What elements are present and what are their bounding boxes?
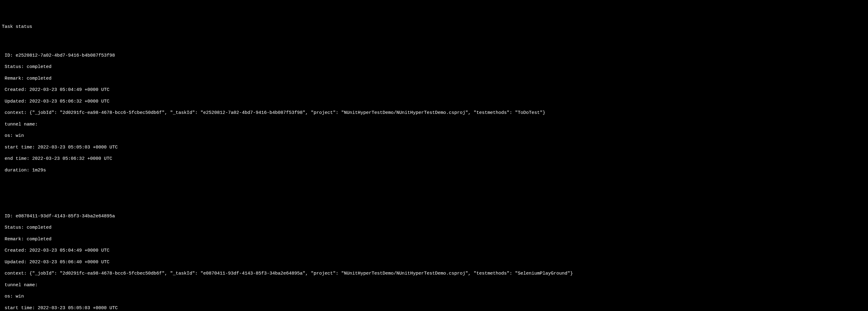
task-updated: Updated: 2022-03-23 05:06:32 +0000 UTC — [2, 99, 866, 105]
task-status: Status: completed — [2, 225, 866, 231]
task-os: os: win — [2, 133, 866, 139]
task-created: Created: 2022-03-23 05:04:49 +0000 UTC — [2, 248, 866, 254]
task-updated: Updated: 2022-03-23 05:06:40 +0000 UTC — [2, 260, 866, 265]
task-start-time: start time: 2022-03-23 05:05:03 +0000 UT… — [2, 145, 866, 150]
task-remark: Remark: completed — [2, 76, 866, 82]
task-tunnel-name: tunnel name: — [2, 122, 866, 128]
blank-line — [2, 197, 866, 202]
task-os: os: win — [2, 294, 866, 300]
task-id: ID: e2520812-7a02-4bd7-9416-b4b087f53f98 — [2, 53, 866, 59]
blank-line — [2, 36, 866, 42]
blank-line — [2, 185, 866, 191]
task-start-time: start time: 2022-03-23 05:05:03 +0000 UT… — [2, 306, 866, 311]
task-status-header: Task status — [2, 24, 866, 30]
task-tunnel-name: tunnel name: — [2, 282, 866, 288]
task-context: context: {"_jobId": "2d0291fc-ea98-4678-… — [2, 271, 866, 277]
task-context: context: {"_jobId": "2d0291fc-ea98-4678-… — [2, 110, 866, 116]
task-created: Created: 2022-03-23 05:04:49 +0000 UTC — [2, 87, 866, 93]
task-duration: duration: 1m29s — [2, 168, 866, 174]
task-end-time: end time: 2022-03-23 05:06:32 +0000 UTC — [2, 156, 866, 162]
task-id: ID: e0870411-93df-4143-85f3-34ba2e64895a — [2, 214, 866, 219]
task-remark: Remark: completed — [2, 237, 866, 242]
task-status: Status: completed — [2, 64, 866, 70]
